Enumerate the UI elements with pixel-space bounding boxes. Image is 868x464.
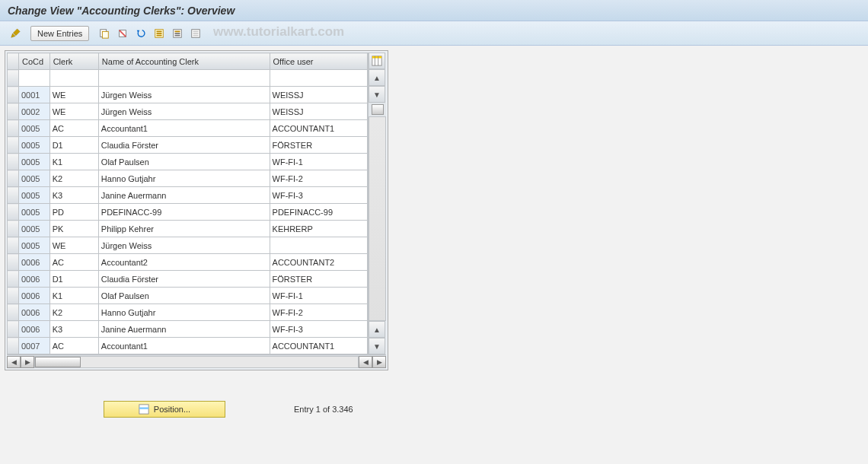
table-row[interactable]: 0005K3Janine AuermannWF-FI-3 xyxy=(8,187,368,204)
table-row[interactable]: 0005K1Olaf PaulsenWF-FI-1 xyxy=(8,154,368,170)
table-row[interactable]: 0006K1Olaf PaulsenWF-FI-1 xyxy=(8,288,368,304)
table-row[interactable]: 0007ACAccountant1ACCOUNTANT1 xyxy=(8,338,368,354)
col-cocd[interactable]: CoCd xyxy=(18,53,49,70)
scroll-up-button[interactable]: ▲ xyxy=(369,69,385,86)
table-row[interactable]: 0006K3Janine AuermannWF-FI-3 xyxy=(8,321,368,338)
scroll-thumb-top[interactable] xyxy=(372,104,384,115)
cell-clerk[interactable]: AC xyxy=(49,120,98,137)
cell-user[interactable]: WF-FI-3 xyxy=(270,321,367,338)
cell-user[interactable]: WF-FI-1 xyxy=(270,154,367,170)
cell-name[interactable]: Hanno Gutjahr xyxy=(98,304,270,321)
cell-name[interactable]: Jürgen Weiss xyxy=(98,103,270,120)
scroll-down-button[interactable]: ▼ xyxy=(369,86,385,103)
table-row[interactable]: 0005ACAccountant1ACCOUNTANT1 xyxy=(8,120,368,137)
cell-clerk[interactable]: WE xyxy=(49,103,98,120)
cell-clerk[interactable]: D1 xyxy=(49,137,98,154)
cell-cocd[interactable]: 0006 xyxy=(18,304,49,321)
input-user[interactable] xyxy=(270,70,367,87)
row-selector[interactable] xyxy=(8,120,19,137)
select-block-icon[interactable] xyxy=(170,26,185,41)
row-selector[interactable] xyxy=(8,237,19,254)
cell-cocd[interactable]: 0006 xyxy=(18,321,49,338)
row-selector[interactable] xyxy=(8,187,19,204)
hscroll-left-button-2[interactable]: ◀ xyxy=(359,356,372,368)
cell-name[interactable]: Claudia Förster xyxy=(98,271,270,288)
cell-cocd[interactable]: 0005 xyxy=(18,154,49,170)
cell-name[interactable]: Olaf Paulsen xyxy=(98,154,270,170)
position-button[interactable]: Position... xyxy=(104,401,225,418)
cell-clerk[interactable]: WE xyxy=(49,87,98,103)
col-name[interactable]: Name of Accounting Clerk xyxy=(98,53,270,70)
table-settings-icon[interactable] xyxy=(369,52,385,69)
row-selector[interactable] xyxy=(8,288,19,304)
row-selector[interactable] xyxy=(8,154,19,170)
cell-name[interactable]: Accountant2 xyxy=(98,254,270,271)
vertical-scrollbar[interactable]: ▲ ▼ ▲ ▼ xyxy=(368,52,386,354)
cell-name[interactable]: Philipp Kehrer xyxy=(98,221,270,237)
input-cocd[interactable] xyxy=(18,70,49,87)
select-all-icon[interactable] xyxy=(152,26,167,41)
cell-clerk[interactable]: PD xyxy=(49,204,98,221)
cell-user[interactable]: ACCOUNTANT2 xyxy=(270,254,367,271)
cell-cocd[interactable]: 0001 xyxy=(18,87,49,103)
row-selector[interactable] xyxy=(8,221,19,237)
cell-clerk[interactable]: K1 xyxy=(49,154,98,170)
cell-clerk[interactable]: K3 xyxy=(49,321,98,338)
row-selector[interactable] xyxy=(8,254,19,271)
row-selector[interactable] xyxy=(8,87,19,103)
col-user[interactable]: Office user xyxy=(270,53,367,70)
cell-name[interactable]: PDEFINACC-99 xyxy=(98,204,270,221)
cell-name[interactable]: Jürgen Weiss xyxy=(98,237,270,254)
row-selector[interactable] xyxy=(8,137,19,154)
horizontal-scrollbar[interactable]: ◀ ▶ ◀ ▶ xyxy=(7,354,386,368)
table-row[interactable]: 0005K2Hanno GutjahrWF-FI-2 xyxy=(8,170,368,187)
row-selector[interactable] xyxy=(8,338,19,354)
cell-user[interactable]: WF-FI-2 xyxy=(270,170,367,187)
cell-cocd[interactable]: 0005 xyxy=(18,237,49,254)
cell-user[interactable]: WF-FI-1 xyxy=(270,288,367,304)
cell-user[interactable]: PDEFINACC-99 xyxy=(270,204,367,221)
hscroll-thumb[interactable] xyxy=(35,357,81,367)
cell-cocd[interactable]: 0005 xyxy=(18,221,49,237)
input-clerk[interactable] xyxy=(49,70,98,87)
cell-clerk[interactable]: PK xyxy=(49,221,98,237)
table-row[interactable]: 0001WEJürgen WeissWEISSJ xyxy=(8,87,368,103)
table-row[interactable]: 0006K2Hanno GutjahrWF-FI-2 xyxy=(8,304,368,321)
hscroll-right-button[interactable]: ▶ xyxy=(21,356,34,368)
cell-name[interactable]: Hanno Gutjahr xyxy=(98,170,270,187)
cell-user[interactable]: ACCOUNTANT1 xyxy=(270,338,367,354)
row-selector[interactable] xyxy=(8,271,19,288)
row-selector[interactable] xyxy=(8,70,19,87)
table-row[interactable]: 0005D1Claudia FörsterFÖRSTER xyxy=(8,137,368,154)
row-selector[interactable] xyxy=(8,170,19,187)
row-selector[interactable] xyxy=(8,304,19,321)
cell-user[interactable]: WF-FI-3 xyxy=(270,187,367,204)
select-all-header[interactable] xyxy=(8,53,19,70)
table-row[interactable]: 0005PKPhilipp KehrerKEHRERP xyxy=(8,221,368,237)
row-selector[interactable] xyxy=(8,321,19,338)
cell-cocd[interactable]: 0005 xyxy=(18,187,49,204)
cell-cocd[interactable]: 0005 xyxy=(18,120,49,137)
table-row[interactable]: 0006ACAccountant2ACCOUNTANT2 xyxy=(8,254,368,271)
cell-user[interactable]: KEHRERP xyxy=(270,221,367,237)
cell-name[interactable]: Olaf Paulsen xyxy=(98,288,270,304)
toggle-edit-icon[interactable] xyxy=(8,26,23,41)
cell-user[interactable]: FÖRSTER xyxy=(270,137,367,154)
cell-user[interactable]: WEISSJ xyxy=(270,103,367,120)
cell-name[interactable]: Accountant1 xyxy=(98,338,270,354)
hscroll-track[interactable] xyxy=(34,356,359,368)
cell-user[interactable]: WEISSJ xyxy=(270,87,367,103)
new-entries-button[interactable]: New Entries xyxy=(30,26,89,41)
cell-clerk[interactable]: K3 xyxy=(49,187,98,204)
deselect-all-icon[interactable] xyxy=(188,26,203,41)
cell-clerk[interactable]: AC xyxy=(49,338,98,354)
table-row[interactable]: 0005PDPDEFINACC-99PDEFINACC-99 xyxy=(8,204,368,221)
cell-user[interactable] xyxy=(270,237,367,254)
scroll-down-button-bottom[interactable]: ▼ xyxy=(369,338,385,354)
cell-clerk[interactable]: K2 xyxy=(49,170,98,187)
hscroll-right-button-2[interactable]: ▶ xyxy=(372,356,386,368)
cell-clerk[interactable]: K1 xyxy=(49,288,98,304)
cell-cocd[interactable]: 0006 xyxy=(18,271,49,288)
copy-as-icon[interactable] xyxy=(97,26,112,41)
cell-clerk[interactable]: AC xyxy=(49,254,98,271)
